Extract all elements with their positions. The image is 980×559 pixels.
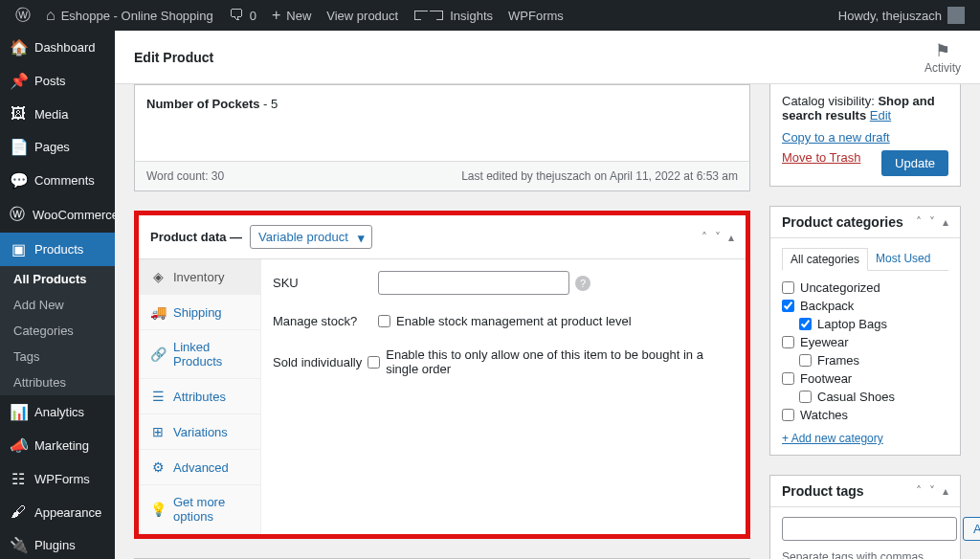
menu-plugins[interactable]: 🔌Plugins <box>0 528 115 559</box>
menu-label: Plugins <box>34 538 76 552</box>
tags-title: Product tags <box>782 483 864 499</box>
tag-input[interactable] <box>782 517 957 541</box>
move-down-button[interactable]: ˅ <box>929 215 935 229</box>
submenu-attributes[interactable]: Attributes <box>0 369 115 395</box>
sold-individually-checkbox[interactable] <box>368 356 380 369</box>
sku-label: SKU <box>273 276 378 290</box>
menu-label: Dashboard <box>34 40 96 55</box>
move-to-trash-link[interactable]: Move to Trash <box>782 150 860 165</box>
tab-shipping[interactable]: 🚚Shipping <box>139 295 260 330</box>
submenu-categories[interactable]: Categories <box>0 318 115 344</box>
category-item[interactable]: Backpack <box>782 297 948 315</box>
manage-stock-checkbox[interactable] <box>378 315 390 327</box>
menu-woocommerce[interactable]: ⓦWooCommerce <box>0 197 115 233</box>
category-item[interactable]: Uncategorized <box>782 279 948 297</box>
tab-inventory[interactable]: ◈Inventory <box>139 259 260 295</box>
dashboard-icon: 🏠 <box>10 38 27 56</box>
add-category-link[interactable]: + Add new category <box>782 432 883 445</box>
insights-link[interactable]: ⫍⫎Insights <box>406 0 501 31</box>
submenu-all-products[interactable]: All Products <box>0 266 115 292</box>
product-type-select[interactable]: Variable product <box>250 225 372 249</box>
tab-label: Variations <box>173 425 228 439</box>
tab-attributes[interactable]: ☰Attributes <box>139 379 260 414</box>
category-checkbox[interactable] <box>799 391 812 403</box>
categories-title: Product categories <box>782 214 903 230</box>
move-up-button[interactable]: ˄ <box>702 231 707 244</box>
activity-label: Activity <box>924 61 961 75</box>
inventory-icon: ◈ <box>150 269 166 284</box>
move-up-button[interactable]: ˄ <box>916 484 922 498</box>
my-account-link[interactable]: Howdy, thejuszach <box>831 0 972 31</box>
menu-appearance[interactable]: 🖌Appearance <box>0 496 115 528</box>
activity-link[interactable]: ⚑ Activity <box>924 40 961 75</box>
menu-wpforms[interactable]: ☷WPForms <box>0 462 115 496</box>
add-tag-button[interactable]: Add <box>963 517 980 541</box>
category-item[interactable]: Footwear <box>782 369 948 388</box>
move-up-button[interactable]: ˄ <box>916 215 922 229</box>
menu-pages[interactable]: 📄Pages <box>0 130 115 164</box>
manage-stock-label: Manage stock? <box>273 314 378 328</box>
category-checkbox[interactable] <box>782 281 794 294</box>
site-name-link[interactable]: ⌂Eshoppe - Online Shopping <box>38 0 221 31</box>
menu-media[interactable]: 🖼Media <box>0 98 115 130</box>
category-checkbox[interactable] <box>799 354 812 367</box>
category-item[interactable]: Eyewear <box>782 333 948 351</box>
howdy-label: Howdy, thejuszach <box>838 9 942 23</box>
category-checkbox[interactable] <box>782 409 794 421</box>
menu-analytics[interactable]: 📊Analytics <box>0 395 115 429</box>
edit-visibility-link[interactable]: Edit <box>870 108 891 123</box>
product-data-highlight: Product data — Variable product ˄ ˅ ▴ <box>134 211 750 539</box>
category-checkbox[interactable] <box>799 318 812 330</box>
menu-label: Media <box>34 107 68 122</box>
wpforms-link[interactable]: WPForms <box>501 0 571 31</box>
submenu-add-new[interactable]: Add New <box>0 292 115 318</box>
category-checkbox[interactable] <box>782 336 794 348</box>
toggle-panel-button[interactable]: ▴ <box>728 231 734 244</box>
move-down-button[interactable]: ˅ <box>929 484 935 498</box>
toggle-panel-button[interactable]: ▴ <box>943 215 948 229</box>
tab-all-categories[interactable]: All categories <box>782 248 868 271</box>
comments-count: 0 <box>250 9 256 23</box>
tab-linked-products[interactable]: 🔗Linked Products <box>139 330 260 379</box>
manage-stock-text: Enable stock management at product level <box>396 314 632 328</box>
update-button[interactable]: Update <box>881 150 948 176</box>
category-label: Eyewear <box>800 335 849 349</box>
plus-icon: + <box>272 7 280 24</box>
category-item[interactable]: Laptop Bags <box>782 315 948 333</box>
tab-most-used[interactable]: Most Used <box>868 248 938 270</box>
menu-comments[interactable]: 💬Comments <box>0 164 115 197</box>
menu-marketing[interactable]: 📣Marketing <box>0 429 115 462</box>
wp-logo[interactable]: ⓦ <box>8 0 38 31</box>
menu-posts[interactable]: 📌Posts <box>0 64 115 98</box>
copy-draft-link[interactable]: Copy to a new draft <box>782 130 890 145</box>
category-item[interactable]: Watches <box>782 406 948 424</box>
word-count: Word count: 30 <box>146 169 224 183</box>
main-content: Edit Product ⚑ Activity Number of Pocket… <box>115 31 980 559</box>
flag-icon: ⚑ <box>924 40 961 61</box>
appearance-icon: 🖌 <box>10 503 27 521</box>
tab-label: Get more options <box>173 495 249 524</box>
view-product-link[interactable]: View product <box>319 0 406 31</box>
new-content-link[interactable]: +New <box>264 0 319 31</box>
submenu-tags[interactable]: Tags <box>0 344 115 369</box>
move-down-button[interactable]: ˅ <box>715 231 721 244</box>
help-icon[interactable]: ? <box>575 276 590 291</box>
admin-toolbar: ⓦ ⌂Eshoppe - Online Shopping 🗨0 +New Vie… <box>0 0 980 31</box>
tab-variations[interactable]: ⊞Variations <box>139 414 260 450</box>
menu-products[interactable]: ▣Products <box>0 233 115 266</box>
menu-dashboard[interactable]: 🏠Dashboard <box>0 31 115 64</box>
category-label: Laptop Bags <box>817 317 887 331</box>
tag-help-text: Separate tags with commas <box>782 550 948 559</box>
category-item[interactable]: Frames <box>782 351 948 369</box>
tags-panel: Product tags ˄ ˅ ▴ Add Separate tags wit… <box>769 475 961 559</box>
gear-icon: ⚙ <box>150 459 166 475</box>
sku-input[interactable] <box>378 271 569 295</box>
tab-get-more-options[interactable]: 💡Get more options <box>139 485 260 534</box>
comments-link[interactable]: 🗨0 <box>221 0 264 31</box>
admin-sidebar: 🏠Dashboard 📌Posts 🖼Media 📄Pages 💬Comment… <box>0 31 115 559</box>
category-checkbox[interactable] <box>782 300 794 312</box>
toggle-panel-button[interactable]: ▴ <box>943 484 948 498</box>
category-checkbox[interactable] <box>782 372 794 385</box>
category-item[interactable]: Casual Shoes <box>782 388 948 406</box>
tab-advanced[interactable]: ⚙Advanced <box>139 450 260 485</box>
